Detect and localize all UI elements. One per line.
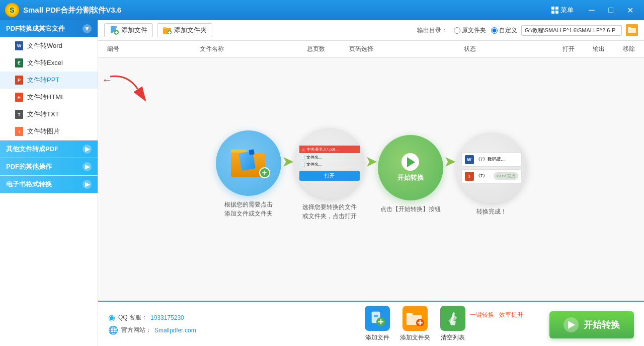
efficiency-text: 一键转换 效率提升 [470,311,523,319]
result-word-icon: W [465,155,474,164]
sidebar-section-pdf-ops: PDF的其他操作 ▶ [0,158,98,176]
result-ppt-icon: T [465,172,474,181]
sidebar-section-pdf-convert: PDF转换成其它文件 ▼ W 文件转Word E 文件转Excel P 文件转 [0,20,98,141]
start-convert-button[interactable]: 开始转换 [549,311,634,338]
radio-custom[interactable]: 自定义 [491,26,517,35]
sidebar-section-other-to-pdf: 其他文件转成PDF ▶ [0,141,98,158]
sidebar-item-word[interactable]: W 文件转Word [0,37,98,54]
word-icon: W [15,41,23,50]
output-label: 输出目录： [417,26,447,35]
app-logo: S [5,3,19,17]
col-number: 编号 [98,43,128,55]
expand-icon-3: ▶ [83,162,92,171]
arrow3: ➤ [444,154,455,170]
toolbar: 添加文件 添加文件夹 输出目录： 原文件夹 [98,20,644,41]
output-path[interactable]: G:\教程\SMALLF^1.6\SMALLF^2.6-P [521,25,622,36]
folder-browse-icon [628,27,636,34]
bottom-add-folder-label: 添加文件夹 [400,333,430,342]
progress-badge: 100% 完成 [494,172,518,180]
add-folder-icon [163,26,172,35]
red-arrow-decoration [108,72,148,102]
sidebar-section-pdf-ops-header[interactable]: PDF的其他操作 ▶ [0,158,98,175]
folder-plus-icon: + [259,167,270,178]
step4-label: 转换完成！ [476,207,507,216]
window-controls: ─ □ ✕ [583,3,639,17]
file-list-preview: ▣ 中外著名人*.pdf,... 📄文件名... 📄文件名... 打开 [299,146,360,181]
bottom-info: ◉ QQ 客服： 1933175230 🌐 官方网站： Smallpdfer.c… [108,313,196,335]
svg-rect-13 [628,28,636,33]
result-item-2: T 《7》... 100% 完成 [461,169,522,183]
col-remove: 移除 [614,43,644,55]
close-button[interactable]: ✕ [621,3,639,17]
step2-circle: ▣ 中外著名人*.pdf,... 📄文件名... 📄文件名... 打开 [294,128,365,198]
menu-button[interactable]: 菜单 [547,4,578,17]
workflow-step4: W 《7》数码蓝... T 《7》... 100% 完成 转换完成！ [456,132,527,216]
sidebar-section-other-to-pdf-header[interactable]: 其他文件转成PDF ▶ [0,141,98,158]
sidebar-item-txt[interactable]: T 文件转TXT [0,106,98,123]
start-convert-display: 开始转换 [397,153,424,182]
app-body: PDF转换成其它文件 ▼ W 文件转Word E 文件转Excel P 文件转 [0,20,644,346]
website-link[interactable]: Smallpdfer.com [154,327,196,334]
clear-large-icon [445,310,461,326]
sidebar-item-excel[interactable]: E 文件转Excel [0,54,98,72]
qq-link[interactable]: 1933175230 [150,314,184,321]
sidebar-item-ppt[interactable]: P 文件转PPT ← [0,72,98,89]
bottom-add-folder[interactable]: 添加文件夹 [400,306,430,342]
bottom-add-file-label: 添加文件 [365,333,389,342]
step1-circle: + [216,130,281,196]
step4-circle: W 《7》数码蓝... T 《7》... 100% 完成 [456,132,527,203]
excel-icon: E [15,58,23,67]
ppt-icon: P [15,76,23,85]
img-icon: I [15,127,23,136]
minimize-button[interactable]: ─ [583,3,601,17]
svg-rect-2 [115,26,117,28]
browse-folder-button[interactable] [626,24,638,36]
bottom-add-file-icon [365,306,390,331]
step3-circle: 开始转换 [378,135,443,200]
workflow-step2: ▣ 中外著名人*.pdf,... 📄文件名... 📄文件名... 打开 [294,128,365,221]
col-output: 输出 [584,43,614,55]
play-circle-icon [564,317,579,332]
col-open: 打开 [553,43,584,55]
play-icon [401,153,419,171]
sidebar-section-pdf-convert-header[interactable]: PDF转换成其它文件 ▼ [0,20,98,37]
app-title: Small PDF合并分割软件V3.6 [23,6,547,15]
menu-icon [551,7,558,14]
add-file-button[interactable]: 添加文件 [104,23,153,37]
col-filename: 文件名称 [128,43,296,55]
step1-label: 根据您的需要点击 添加文件或文件夹 [224,200,273,218]
qq-icon: ◉ [108,313,115,322]
bottom-clear[interactable]: 清空列表 [440,306,465,342]
output-radio-group: 原文件夹 自定义 [454,26,517,35]
sidebar-section-ebook-header[interactable]: 电子书格式转换 ▶ [0,176,98,193]
workflow-step1: + 根据您的需要点击 添加文件或文件夹 [216,130,281,218]
add-file-icon [110,26,119,35]
svg-rect-9 [163,27,167,29]
arrow2: ➤ [366,154,377,170]
sidebar-section-ebook: 电子书格式转换 ▶ [0,176,98,193]
step2-label: 选择您要转换的文件 或文件夹，点击打开 [302,202,357,221]
svg-rect-14 [628,27,631,29]
sidebar-item-html[interactable]: H 文件转HTML [0,89,98,106]
bottom-add-folder-icon [403,306,428,331]
sidebar-item-img[interactable]: I 文件转图片 [0,123,98,140]
svg-rect-23 [407,313,413,315]
txt-icon: T [15,110,23,119]
file-row-1: 📄文件名... [299,154,360,161]
title-bar: S Small PDF合并分割软件V3.6 菜单 ─ □ ✕ [0,0,644,20]
expand-icon-2: ▶ [83,145,92,154]
table-header: 编号 文件名称 总页数 页码选择 状态 打开 输出 移除 [98,41,644,58]
workflow-diagram: + 根据您的需要点击 添加文件或文件夹 ➤ ▣ [216,128,527,221]
bottom-add-file[interactable]: 添加文件 [365,306,390,342]
radio-original[interactable]: 原文件夹 [454,26,486,35]
maximize-button[interactable]: □ [602,3,620,17]
add-folder-button[interactable]: 添加文件夹 [157,23,212,37]
add-file-large-icon [369,310,385,326]
website-icon: 🌐 [108,325,118,335]
content-area: + 根据您的需要点击 添加文件或文件夹 ➤ ▣ [98,58,644,301]
col-status: 状态 [386,43,554,55]
sidebar: PDF转换成其它文件 ▼ W 文件转Word E 文件转Excel P 文件转 [0,20,98,346]
red-arrow-indicator: ← [102,74,113,87]
main-content: 添加文件 添加文件夹 输出目录： 原文件夹 [98,20,644,346]
file-row-2: 📄文件名... [299,161,360,168]
